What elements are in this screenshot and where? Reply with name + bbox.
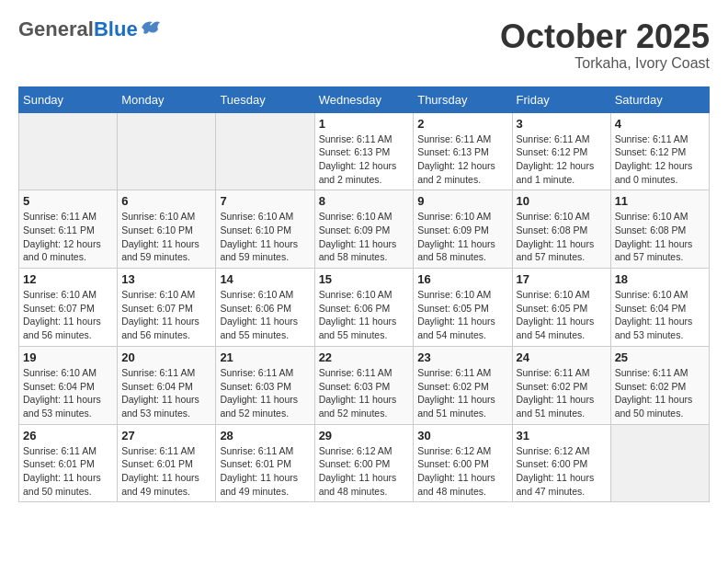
calendar-cell: 18Sunrise: 6:10 AM Sunset: 6:04 PM Dayli… bbox=[610, 269, 709, 347]
calendar-cell: 26Sunrise: 6:11 AM Sunset: 6:01 PM Dayli… bbox=[19, 424, 118, 502]
calendar-cell: 24Sunrise: 6:11 AM Sunset: 6:02 PM Dayli… bbox=[512, 346, 610, 424]
day-info: Sunrise: 6:10 AM Sunset: 6:10 PM Dayligh… bbox=[121, 210, 211, 264]
day-info: Sunrise: 6:11 AM Sunset: 6:02 PM Dayligh… bbox=[615, 366, 705, 420]
day-info: Sunrise: 6:10 AM Sunset: 6:04 PM Dayligh… bbox=[23, 366, 113, 420]
calendar-week-row: 12Sunrise: 6:10 AM Sunset: 6:07 PM Dayli… bbox=[19, 269, 710, 347]
calendar-cell: 15Sunrise: 6:10 AM Sunset: 6:06 PM Dayli… bbox=[314, 269, 414, 347]
day-info: Sunrise: 6:11 AM Sunset: 6:01 PM Dayligh… bbox=[23, 444, 113, 499]
calendar-cell: 1Sunrise: 6:11 AM Sunset: 6:13 PM Daylig… bbox=[314, 112, 414, 190]
title-section: October 2025 Torkaha, Ivory Coast bbox=[500, 18, 710, 72]
day-number: 3 bbox=[517, 117, 607, 131]
day-number: 20 bbox=[121, 350, 211, 364]
calendar-week-row: 19Sunrise: 6:10 AM Sunset: 6:04 PM Dayli… bbox=[19, 346, 710, 424]
day-info: Sunrise: 6:11 AM Sunset: 6:04 PM Dayligh… bbox=[121, 366, 211, 420]
day-info: Sunrise: 6:11 AM Sunset: 6:02 PM Dayligh… bbox=[417, 366, 507, 420]
calendar-cell: 29Sunrise: 6:12 AM Sunset: 6:00 PM Dayli… bbox=[314, 424, 414, 502]
day-number: 29 bbox=[319, 429, 410, 442]
calendar-cell: 4Sunrise: 6:11 AM Sunset: 6:12 PM Daylig… bbox=[610, 112, 709, 190]
day-number: 7 bbox=[220, 194, 310, 208]
day-number: 15 bbox=[319, 272, 410, 286]
day-number: 12 bbox=[23, 272, 113, 286]
day-number: 18 bbox=[615, 272, 705, 286]
day-info: Sunrise: 6:10 AM Sunset: 6:06 PM Dayligh… bbox=[319, 288, 410, 342]
day-number: 14 bbox=[220, 272, 310, 286]
day-info: Sunrise: 6:10 AM Sunset: 6:08 PM Dayligh… bbox=[615, 210, 705, 264]
day-number: 23 bbox=[417, 350, 507, 364]
day-number: 13 bbox=[121, 272, 211, 286]
weekday-header: Wednesday bbox=[314, 86, 414, 112]
day-info: Sunrise: 6:10 AM Sunset: 6:06 PM Dayligh… bbox=[220, 288, 310, 342]
day-info: Sunrise: 6:11 AM Sunset: 6:03 PM Dayligh… bbox=[319, 366, 410, 420]
calendar-cell: 23Sunrise: 6:11 AM Sunset: 6:02 PM Dayli… bbox=[414, 346, 512, 424]
calendar-cell: 13Sunrise: 6:10 AM Sunset: 6:07 PM Dayli… bbox=[118, 269, 216, 347]
calendar-week-row: 26Sunrise: 6:11 AM Sunset: 6:01 PM Dayli… bbox=[19, 424, 710, 502]
day-number: 2 bbox=[417, 117, 507, 131]
calendar-cell bbox=[19, 112, 118, 190]
calendar-cell bbox=[118, 112, 216, 190]
day-info: Sunrise: 6:11 AM Sunset: 6:02 PM Dayligh… bbox=[517, 366, 607, 420]
logo-general: GeneralBlue bbox=[18, 18, 138, 40]
page-header: GeneralBlue October 2025 Torkaha, Ivory … bbox=[18, 18, 710, 72]
day-number: 1 bbox=[319, 117, 410, 131]
calendar-cell: 10Sunrise: 6:10 AM Sunset: 6:08 PM Dayli… bbox=[512, 190, 610, 269]
location: Torkaha, Ivory Coast bbox=[500, 55, 710, 72]
calendar-cell: 5Sunrise: 6:11 AM Sunset: 6:11 PM Daylig… bbox=[19, 190, 118, 269]
weekday-header: Saturday bbox=[610, 86, 709, 112]
calendar-cell: 6Sunrise: 6:10 AM Sunset: 6:10 PM Daylig… bbox=[118, 190, 216, 269]
day-number: 4 bbox=[615, 117, 705, 131]
calendar-cell: 11Sunrise: 6:10 AM Sunset: 6:08 PM Dayli… bbox=[610, 190, 709, 269]
calendar-cell: 28Sunrise: 6:11 AM Sunset: 6:01 PM Dayli… bbox=[216, 424, 314, 502]
calendar-week-row: 1Sunrise: 6:11 AM Sunset: 6:13 PM Daylig… bbox=[19, 112, 710, 190]
day-info: Sunrise: 6:11 AM Sunset: 6:03 PM Dayligh… bbox=[220, 366, 310, 420]
calendar-cell: 30Sunrise: 6:12 AM Sunset: 6:00 PM Dayli… bbox=[414, 424, 512, 502]
calendar-cell: 25Sunrise: 6:11 AM Sunset: 6:02 PM Dayli… bbox=[610, 346, 709, 424]
day-info: Sunrise: 6:10 AM Sunset: 6:05 PM Dayligh… bbox=[417, 288, 507, 342]
day-info: Sunrise: 6:10 AM Sunset: 6:05 PM Dayligh… bbox=[517, 288, 607, 342]
calendar-cell: 19Sunrise: 6:10 AM Sunset: 6:04 PM Dayli… bbox=[19, 346, 118, 424]
day-number: 16 bbox=[417, 272, 507, 286]
weekday-header: Friday bbox=[512, 86, 610, 112]
weekday-header: Sunday bbox=[19, 86, 118, 112]
calendar-cell: 20Sunrise: 6:11 AM Sunset: 6:04 PM Dayli… bbox=[118, 346, 216, 424]
logo: GeneralBlue bbox=[18, 18, 162, 40]
day-info: Sunrise: 6:12 AM Sunset: 6:00 PM Dayligh… bbox=[319, 444, 410, 499]
weekday-header: Monday bbox=[118, 86, 216, 112]
day-number: 17 bbox=[517, 272, 607, 286]
day-info: Sunrise: 6:12 AM Sunset: 6:00 PM Dayligh… bbox=[417, 444, 507, 499]
day-number: 19 bbox=[23, 350, 113, 364]
calendar-cell: 8Sunrise: 6:10 AM Sunset: 6:09 PM Daylig… bbox=[314, 190, 414, 269]
day-number: 5 bbox=[23, 194, 113, 208]
day-number: 28 bbox=[220, 429, 310, 442]
calendar-cell bbox=[610, 424, 709, 502]
day-number: 11 bbox=[615, 194, 705, 208]
calendar-cell: 27Sunrise: 6:11 AM Sunset: 6:01 PM Dayli… bbox=[118, 424, 216, 502]
calendar-cell: 31Sunrise: 6:12 AM Sunset: 6:00 PM Dayli… bbox=[512, 424, 610, 502]
calendar-table: SundayMondayTuesdayWednesdayThursdayFrid… bbox=[18, 86, 710, 503]
day-info: Sunrise: 6:11 AM Sunset: 6:01 PM Dayligh… bbox=[121, 444, 211, 499]
day-info: Sunrise: 6:10 AM Sunset: 6:10 PM Dayligh… bbox=[220, 210, 310, 264]
calendar-cell: 12Sunrise: 6:10 AM Sunset: 6:07 PM Dayli… bbox=[19, 269, 118, 347]
weekday-header: Thursday bbox=[414, 86, 512, 112]
calendar-cell: 14Sunrise: 6:10 AM Sunset: 6:06 PM Dayli… bbox=[216, 269, 314, 347]
day-number: 6 bbox=[121, 194, 211, 208]
day-number: 21 bbox=[220, 350, 310, 364]
day-number: 27 bbox=[121, 429, 211, 442]
day-info: Sunrise: 6:11 AM Sunset: 6:13 PM Dayligh… bbox=[417, 132, 507, 187]
day-info: Sunrise: 6:12 AM Sunset: 6:00 PM Dayligh… bbox=[517, 444, 607, 499]
day-number: 25 bbox=[615, 350, 705, 364]
day-info: Sunrise: 6:11 AM Sunset: 6:12 PM Dayligh… bbox=[615, 132, 705, 187]
day-info: Sunrise: 6:11 AM Sunset: 6:13 PM Dayligh… bbox=[319, 132, 410, 187]
calendar-week-row: 5Sunrise: 6:11 AM Sunset: 6:11 PM Daylig… bbox=[19, 190, 710, 269]
day-number: 30 bbox=[417, 429, 507, 442]
weekday-header: Tuesday bbox=[216, 86, 314, 112]
calendar-cell bbox=[216, 112, 314, 190]
calendar-cell: 16Sunrise: 6:10 AM Sunset: 6:05 PM Dayli… bbox=[414, 269, 512, 347]
calendar-cell: 9Sunrise: 6:10 AM Sunset: 6:09 PM Daylig… bbox=[414, 190, 512, 269]
day-number: 9 bbox=[417, 194, 507, 208]
calendar-cell: 7Sunrise: 6:10 AM Sunset: 6:10 PM Daylig… bbox=[216, 190, 314, 269]
calendar-cell: 22Sunrise: 6:11 AM Sunset: 6:03 PM Dayli… bbox=[314, 346, 414, 424]
day-info: Sunrise: 6:10 AM Sunset: 6:09 PM Dayligh… bbox=[319, 210, 410, 264]
day-info: Sunrise: 6:10 AM Sunset: 6:09 PM Dayligh… bbox=[417, 210, 507, 264]
day-number: 24 bbox=[517, 350, 607, 364]
day-info: Sunrise: 6:11 AM Sunset: 6:11 PM Dayligh… bbox=[23, 210, 113, 264]
